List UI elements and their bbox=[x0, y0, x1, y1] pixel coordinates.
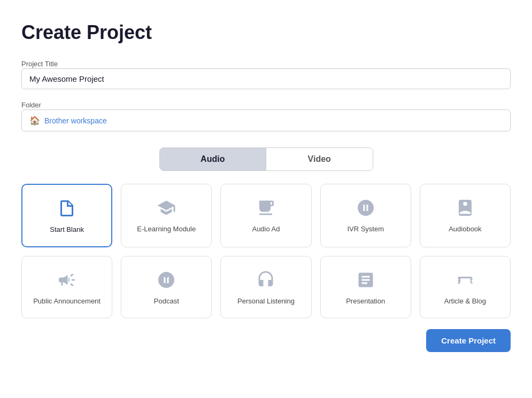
footer: Create Project bbox=[21, 329, 511, 352]
folder-value: Brother workspace bbox=[44, 116, 107, 125]
tab-video[interactable]: Video bbox=[266, 148, 373, 170]
audio-ad-icon bbox=[255, 197, 276, 218]
ivr-icon bbox=[355, 197, 376, 218]
podcast-icon bbox=[156, 269, 177, 291]
template-label-elearning: E-Learning Module bbox=[137, 225, 196, 233]
create-project-button[interactable]: Create Project bbox=[426, 329, 511, 352]
template-elearning[interactable]: E-Learning Module bbox=[121, 184, 212, 247]
folder-label: Folder bbox=[21, 101, 41, 109]
template-personal-listening[interactable]: Personal Listening bbox=[220, 256, 311, 318]
templates-row2: Public Announcement Podcast Personal Lis… bbox=[21, 256, 511, 318]
template-public-announcement[interactable]: Public Announcement bbox=[21, 256, 112, 318]
template-podcast[interactable]: Podcast bbox=[121, 256, 212, 318]
template-start-blank[interactable]: Start Blank bbox=[21, 184, 112, 247]
template-label-personal-listening: Personal Listening bbox=[237, 297, 295, 305]
templates-row1: Start Blank E-Learning Module Audio Ad I… bbox=[21, 184, 511, 247]
template-label-podcast: Podcast bbox=[154, 297, 179, 305]
article-icon bbox=[454, 269, 476, 291]
tab-audio[interactable]: Audio bbox=[160, 148, 266, 170]
template-label-ivr: IVR System bbox=[347, 225, 384, 233]
presentation-icon bbox=[355, 269, 376, 291]
type-tabs: Audio Video bbox=[21, 147, 511, 171]
page-title: Create Project bbox=[21, 21, 511, 44]
blank-icon bbox=[56, 198, 78, 219]
audiobook-icon bbox=[454, 197, 476, 218]
template-label-start-blank: Start Blank bbox=[50, 225, 84, 233]
project-title-input[interactable] bbox=[21, 68, 511, 89]
template-audio-ad[interactable]: Audio Ad bbox=[220, 184, 311, 247]
template-label-audiobook: Audiobook bbox=[449, 225, 481, 233]
template-label-public-announcement: Public Announcement bbox=[33, 297, 101, 305]
template-article-blog[interactable]: Article & Blog bbox=[420, 256, 511, 318]
template-label-presentation: Presentation bbox=[346, 297, 385, 305]
template-presentation[interactable]: Presentation bbox=[320, 256, 411, 318]
template-ivr[interactable]: IVR System bbox=[320, 184, 411, 247]
elearning-icon bbox=[156, 197, 177, 218]
template-audiobook[interactable]: Audiobook bbox=[420, 184, 511, 247]
folder-selector[interactable]: 🏠 Brother workspace bbox=[21, 110, 511, 131]
announcement-icon bbox=[56, 269, 78, 291]
headphones-icon bbox=[255, 269, 276, 291]
template-label-article-blog: Article & Blog bbox=[444, 297, 486, 305]
template-label-audio-ad: Audio Ad bbox=[252, 225, 280, 233]
home-icon: 🏠 bbox=[29, 115, 40, 126]
project-title-label: Project Title bbox=[21, 60, 58, 68]
